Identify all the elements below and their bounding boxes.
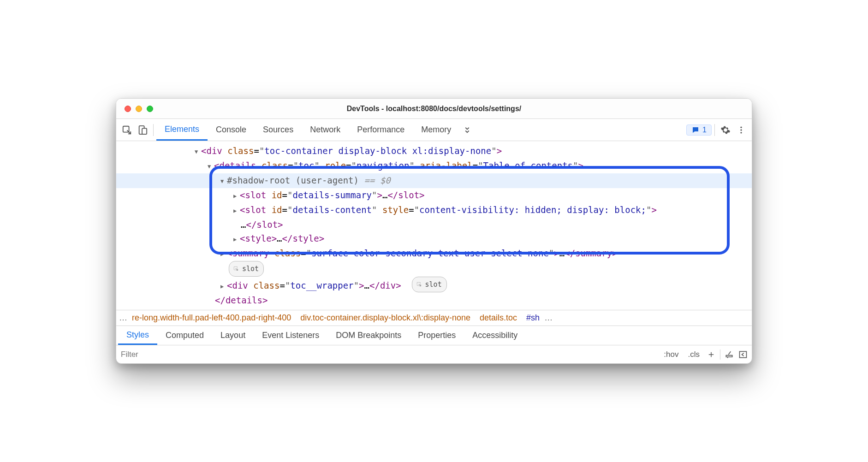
stab-event-listeners[interactable]: Event Listeners xyxy=(254,326,327,345)
titlebar: DevTools - localhost:8080/docs/devtools/… xyxy=(116,99,752,119)
tab-elements[interactable]: Elements xyxy=(156,119,208,141)
dom-node-slot-summary[interactable]: ▶<slot id="details-summary">…</slot> xyxy=(116,188,752,203)
dom-node-shadow-root[interactable]: ▼#shadow-root (user-agent) == $0 xyxy=(116,173,752,188)
breadcrumb-overflow-right[interactable]: … xyxy=(544,313,553,323)
tab-label: Elements xyxy=(165,124,199,134)
dom-node-slot-content[interactable]: ▶<slot id="details-content" style="conte… xyxy=(116,203,752,218)
reveal-icon xyxy=(233,266,239,272)
paint-brush-icon[interactable] xyxy=(722,350,736,359)
reveal-icon xyxy=(416,281,422,288)
dom-slot-badge-row: slot xyxy=(116,261,752,277)
caret-down-icon[interactable]: ▼ xyxy=(208,160,214,173)
computed-toggle-icon[interactable] xyxy=(736,350,750,359)
dom-node-slot-content-close[interactable]: …</slot> xyxy=(116,218,752,231)
window-title: DevTools - localhost:8080/docs/devtools/… xyxy=(116,105,752,113)
styles-tabs: Styles Computed Layout Event Listeners D… xyxy=(116,326,752,345)
window-controls xyxy=(116,106,153,112)
svg-point-3 xyxy=(740,126,742,128)
dom-node-summary[interactable]: ▶<summary class="surface color-secondary… xyxy=(116,246,752,261)
breadcrumb-overflow-left[interactable]: … xyxy=(119,313,127,323)
dom-node-style[interactable]: ▶<style>…</style> xyxy=(116,231,752,246)
panel-tabs: Elements Console Sources Network Perform… xyxy=(156,119,459,141)
more-tabs-icon[interactable] xyxy=(459,122,475,138)
styles-filter-bar: :hov .cls xyxy=(116,345,752,363)
more-options-icon[interactable] xyxy=(733,122,749,138)
dom-node-details[interactable]: ▼<details class="toc" role="navigation" … xyxy=(116,159,752,173)
breadcrumb-item[interactable]: div.toc-container.display-block.xl\:disp… xyxy=(296,313,475,323)
main-toolbar: Elements Console Sources Network Perform… xyxy=(116,119,752,141)
caret-down-icon[interactable]: ▼ xyxy=(195,145,201,159)
issues-button[interactable]: 1 xyxy=(686,124,712,136)
slot-reveal-badge[interactable]: slot xyxy=(412,277,447,292)
separator xyxy=(720,349,720,360)
tab-label: Performance xyxy=(357,125,404,135)
breadcrumb-item[interactable]: re-long.width-full.pad-left-400.pad-righ… xyxy=(127,313,296,323)
dom-node-details-close[interactable]: </details> xyxy=(116,293,752,307)
caret-down-icon[interactable]: ▼ xyxy=(220,174,227,188)
inspect-element-icon[interactable] xyxy=(119,122,135,138)
svg-point-4 xyxy=(740,129,742,130)
tab-label: Memory xyxy=(421,125,451,135)
tab-label: Sources xyxy=(263,125,293,135)
caret-right-icon[interactable]: ▶ xyxy=(233,204,240,218)
dom-node-div-wrapper[interactable]: ▶<div class="toc__wrapper">…</div> slot xyxy=(116,277,752,293)
slot-badge-label: slot xyxy=(425,278,442,291)
settings-icon[interactable] xyxy=(718,122,733,138)
tab-sources[interactable]: Sources xyxy=(255,119,302,141)
breadcrumb-item-selected[interactable]: #sh xyxy=(522,313,544,323)
dom-tree[interactable]: ⋯ ▼<div class="toc-container display-blo… xyxy=(116,141,752,310)
tab-console[interactable]: Console xyxy=(208,119,255,141)
tab-memory[interactable]: Memory xyxy=(413,119,459,141)
stab-accessibility[interactable]: Accessibility xyxy=(464,326,526,345)
caret-right-icon[interactable]: ▶ xyxy=(233,189,240,203)
tab-network[interactable]: Network xyxy=(302,119,349,141)
minimize-window-button[interactable] xyxy=(136,106,142,112)
stab-computed[interactable]: Computed xyxy=(157,326,212,345)
caret-right-icon[interactable]: ▶ xyxy=(220,247,227,261)
issues-count: 1 xyxy=(702,126,707,134)
dom-node-div-toc-container[interactable]: ▼<div class="toc-container display-block… xyxy=(116,144,752,159)
breadcrumb-item[interactable]: details.toc xyxy=(475,313,522,323)
stab-dom-breakpoints[interactable]: DOM Breakpoints xyxy=(327,326,410,345)
caret-right-icon[interactable]: ▶ xyxy=(233,232,240,246)
tab-performance[interactable]: Performance xyxy=(349,119,413,141)
separator xyxy=(153,124,154,136)
svg-rect-2 xyxy=(142,128,147,134)
stab-styles[interactable]: Styles xyxy=(118,326,157,345)
toggle-cls-button[interactable]: .cls xyxy=(684,350,705,359)
tab-label: Console xyxy=(216,125,246,135)
chat-icon xyxy=(691,126,700,134)
device-toggle-icon[interactable] xyxy=(135,122,150,138)
svg-point-5 xyxy=(740,132,742,133)
stab-layout[interactable]: Layout xyxy=(212,326,254,345)
slot-reveal-badge[interactable]: slot xyxy=(229,261,264,277)
separator xyxy=(714,124,715,136)
slot-badge-label: slot xyxy=(242,262,259,276)
tab-label: Network xyxy=(310,125,340,135)
zoom-window-button[interactable] xyxy=(147,106,153,112)
close-window-button[interactable] xyxy=(125,106,131,112)
styles-filter-input[interactable] xyxy=(118,350,659,359)
svg-rect-8 xyxy=(740,351,747,357)
caret-right-icon[interactable]: ▶ xyxy=(220,279,227,293)
stab-properties[interactable]: Properties xyxy=(410,326,464,345)
breadcrumb-bar[interactable]: … re-long.width-full.pad-left-400.pad-ri… xyxy=(116,310,752,326)
devtools-window: DevTools - localhost:8080/docs/devtools/… xyxy=(116,98,752,364)
new-style-rule-icon[interactable] xyxy=(704,350,718,359)
toggle-hov-button[interactable]: :hov xyxy=(659,350,683,359)
